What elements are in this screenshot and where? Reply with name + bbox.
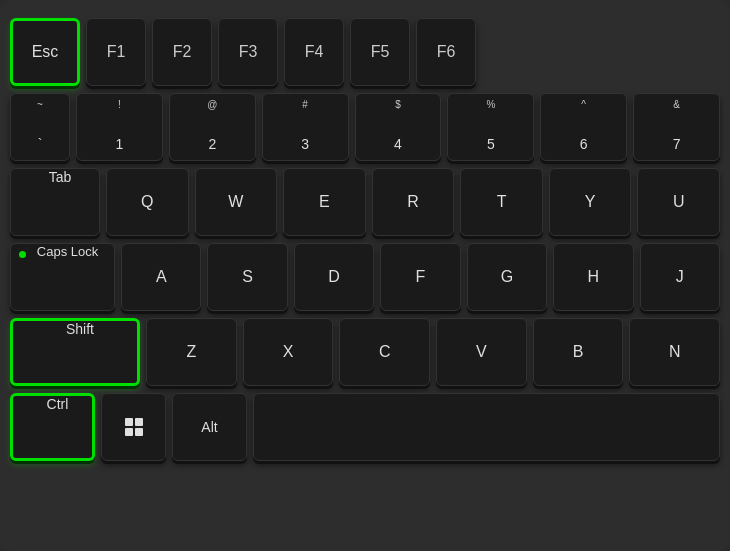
key-tab[interactable]: Tab xyxy=(10,168,100,236)
function-row: Esc F1 F2 F3 F4 F5 F6 xyxy=(10,18,720,86)
key-s[interactable]: S xyxy=(207,243,287,311)
key-c[interactable]: C xyxy=(339,318,430,386)
key-n[interactable]: N xyxy=(629,318,720,386)
key-e[interactable]: E xyxy=(283,168,366,236)
key-f5[interactable]: F5 xyxy=(350,18,410,86)
key-v[interactable]: V xyxy=(436,318,527,386)
key-j[interactable]: J xyxy=(640,243,720,311)
key-f4[interactable]: F4 xyxy=(284,18,344,86)
key-g[interactable]: G xyxy=(467,243,547,311)
key-2[interactable]: @ 2 xyxy=(169,93,256,161)
key-4[interactable]: $ 4 xyxy=(355,93,442,161)
key-f1[interactable]: F1 xyxy=(86,18,146,86)
keyboard: Esc F1 F2 F3 F4 F5 F6 ~ ` ! 1 @ xyxy=(0,0,730,551)
key-x[interactable]: X xyxy=(243,318,334,386)
key-backtick[interactable]: ~ ` xyxy=(10,93,70,161)
caps-lock-indicator xyxy=(19,251,26,258)
key-d[interactable]: D xyxy=(294,243,374,311)
key-a[interactable]: A xyxy=(121,243,201,311)
key-3[interactable]: # 3 xyxy=(262,93,349,161)
key-f[interactable]: F xyxy=(380,243,460,311)
key-z[interactable]: Z xyxy=(146,318,237,386)
key-b[interactable]: B xyxy=(533,318,624,386)
key-caps-lock[interactable]: Caps Lock xyxy=(10,243,115,311)
key-q[interactable]: Q xyxy=(106,168,189,236)
qwerty-row: Tab Q W E R T Y U xyxy=(10,168,720,236)
key-t[interactable]: T xyxy=(460,168,543,236)
key-f6[interactable]: F6 xyxy=(416,18,476,86)
number-row: ~ ` ! 1 @ 2 # 3 $ 4 % 5 ^ 6 & 7 xyxy=(10,93,720,161)
windows-logo-icon xyxy=(125,418,143,436)
key-shift-left[interactable]: Shift xyxy=(10,318,140,386)
key-1[interactable]: ! 1 xyxy=(76,93,163,161)
key-windows[interactable] xyxy=(101,393,166,461)
asdf-row: Caps Lock A S D F G H J xyxy=(10,243,720,311)
bottom-row: Ctrl Alt xyxy=(10,393,720,461)
zxcv-row: Shift Z X C V B N xyxy=(10,318,720,386)
key-space[interactable] xyxy=(253,393,720,461)
key-alt-left[interactable]: Alt xyxy=(172,393,247,461)
key-f3[interactable]: F3 xyxy=(218,18,278,86)
key-6[interactable]: ^ 6 xyxy=(540,93,627,161)
key-f2[interactable]: F2 xyxy=(152,18,212,86)
key-w[interactable]: W xyxy=(195,168,278,236)
esc-label: Esc xyxy=(32,43,59,61)
key-esc[interactable]: Esc xyxy=(10,18,80,86)
key-y[interactable]: Y xyxy=(549,168,632,236)
key-5[interactable]: % 5 xyxy=(447,93,534,161)
key-r[interactable]: R xyxy=(372,168,455,236)
key-7[interactable]: & 7 xyxy=(633,93,720,161)
key-u[interactable]: U xyxy=(637,168,720,236)
key-ctrl-left[interactable]: Ctrl xyxy=(10,393,95,461)
key-h[interactable]: H xyxy=(553,243,633,311)
